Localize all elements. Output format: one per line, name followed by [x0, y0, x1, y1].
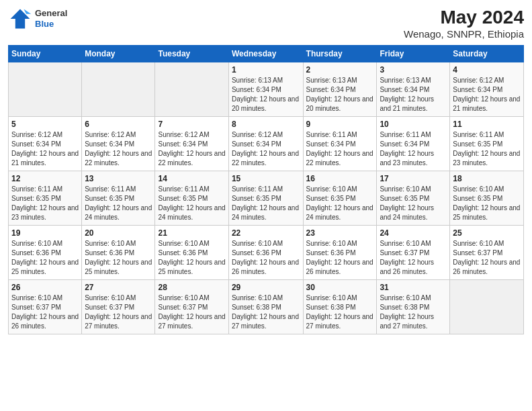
- day-number: 28: [158, 283, 225, 292]
- day-info: Sunrise: 6:13 AMSunset: 6:34 PMDaylight:…: [306, 76, 374, 113]
- day-info: Sunrise: 6:12 AMSunset: 6:34 PMDaylight:…: [85, 130, 152, 168]
- calendar-cell: 8Sunrise: 6:12 AMSunset: 6:34 PMDaylight…: [228, 117, 303, 171]
- day-number: 10: [380, 120, 447, 129]
- day-number: 7: [158, 120, 225, 129]
- day-info: Sunrise: 6:12 AMSunset: 6:34 PMDaylight:…: [232, 130, 300, 168]
- weekday-header-thursday: Thursday: [303, 46, 377, 62]
- logo-general: General: [35, 8, 67, 19]
- calendar-cell: 26Sunrise: 6:10 AMSunset: 6:37 PMDayligh…: [9, 280, 82, 334]
- calendar-week-3: 12Sunrise: 6:11 AMSunset: 6:35 PMDayligh…: [9, 171, 524, 226]
- title-block: May 2024 Wenago, SNNPR, Ethiopia: [404, 7, 524, 40]
- calendar-table: SundayMondayTuesdayWednesdayThursdayFrid…: [8, 45, 524, 334]
- weekday-header-wednesday: Wednesday: [228, 46, 303, 62]
- month-year-title: May 2024: [404, 7, 524, 28]
- day-number: 18: [453, 174, 521, 183]
- day-number: 22: [232, 228, 300, 238]
- calendar-cell: 29Sunrise: 6:10 AMSunset: 6:38 PMDayligh…: [228, 280, 303, 334]
- calendar-cell: 31Sunrise: 6:10 AMSunset: 6:38 PMDayligh…: [377, 280, 450, 334]
- calendar-cell: 18Sunrise: 6:10 AMSunset: 6:35 PMDayligh…: [450, 171, 524, 226]
- calendar-cell: 15Sunrise: 6:11 AMSunset: 6:35 PMDayligh…: [228, 171, 303, 226]
- day-number: 13: [85, 174, 152, 183]
- calendar-cell: 20Sunrise: 6:10 AMSunset: 6:36 PMDayligh…: [82, 226, 155, 280]
- day-number: 31: [380, 283, 447, 292]
- day-info: Sunrise: 6:10 AMSunset: 6:35 PMDaylight:…: [453, 185, 521, 222]
- day-number: 9: [306, 120, 374, 129]
- day-info: Sunrise: 6:13 AMSunset: 6:34 PMDaylight:…: [380, 76, 447, 113]
- calendar-week-1: 1Sunrise: 6:13 AMSunset: 6:34 PMDaylight…: [9, 62, 524, 117]
- weekday-header-tuesday: Tuesday: [155, 46, 228, 62]
- day-info: Sunrise: 6:12 AMSunset: 6:34 PMDaylight:…: [158, 130, 225, 168]
- day-number: 6: [85, 120, 152, 129]
- calendar-cell: 19Sunrise: 6:10 AMSunset: 6:36 PMDayligh…: [9, 226, 82, 280]
- day-info: Sunrise: 6:11 AMSunset: 6:35 PMDaylight:…: [11, 185, 79, 222]
- calendar-cell: 14Sunrise: 6:11 AMSunset: 6:35 PMDayligh…: [155, 171, 228, 226]
- day-number: 24: [380, 228, 447, 238]
- day-info: Sunrise: 6:10 AMSunset: 6:35 PMDaylight:…: [306, 185, 374, 222]
- calendar-cell: 10Sunrise: 6:11 AMSunset: 6:34 PMDayligh…: [377, 117, 450, 171]
- calendar-cell: 23Sunrise: 6:10 AMSunset: 6:36 PMDayligh…: [303, 226, 377, 280]
- logo: General Blue: [8, 7, 67, 31]
- calendar-cell: 21Sunrise: 6:10 AMSunset: 6:36 PMDayligh…: [155, 226, 228, 280]
- day-number: 17: [380, 174, 447, 183]
- calendar-cell: 25Sunrise: 6:10 AMSunset: 6:37 PMDayligh…: [450, 226, 524, 280]
- calendar-cell: 2Sunrise: 6:13 AMSunset: 6:34 PMDaylight…: [303, 62, 377, 117]
- day-info: Sunrise: 6:10 AMSunset: 6:37 PMDaylight:…: [453, 239, 521, 277]
- day-info: Sunrise: 6:11 AMSunset: 6:35 PMDaylight:…: [232, 185, 300, 222]
- calendar-cell: [9, 62, 82, 117]
- day-info: Sunrise: 6:10 AMSunset: 6:38 PMDaylight:…: [232, 293, 300, 331]
- calendar-header: SundayMondayTuesdayWednesdayThursdayFrid…: [9, 46, 524, 62]
- svg-marker-1: [24, 9, 31, 14]
- day-number: 19: [11, 228, 79, 238]
- day-info: Sunrise: 6:10 AMSunset: 6:37 PMDaylight:…: [158, 293, 225, 331]
- day-number: 15: [232, 174, 300, 183]
- calendar-cell: 22Sunrise: 6:10 AMSunset: 6:36 PMDayligh…: [228, 226, 303, 280]
- day-info: Sunrise: 6:11 AMSunset: 6:35 PMDaylight:…: [85, 185, 152, 222]
- location-title: Wenago, SNNPR, Ethiopia: [404, 28, 524, 40]
- calendar-week-4: 19Sunrise: 6:10 AMSunset: 6:36 PMDayligh…: [9, 226, 524, 280]
- day-number: 25: [453, 228, 521, 238]
- calendar-cell: 1Sunrise: 6:13 AMSunset: 6:34 PMDaylight…: [228, 62, 303, 117]
- day-number: 27: [85, 283, 152, 292]
- day-info: Sunrise: 6:13 AMSunset: 6:34 PMDaylight:…: [232, 76, 300, 113]
- calendar-cell: 7Sunrise: 6:12 AMSunset: 6:34 PMDaylight…: [155, 117, 228, 171]
- calendar-body: 1Sunrise: 6:13 AMSunset: 6:34 PMDaylight…: [9, 62, 524, 334]
- calendar-cell: [82, 62, 155, 117]
- day-info: Sunrise: 6:12 AMSunset: 6:34 PMDaylight:…: [453, 76, 521, 113]
- calendar-week-5: 26Sunrise: 6:10 AMSunset: 6:37 PMDayligh…: [9, 280, 524, 334]
- day-number: 29: [232, 283, 300, 292]
- day-number: 12: [11, 174, 79, 183]
- weekday-header-friday: Friday: [377, 46, 450, 62]
- day-info: Sunrise: 6:11 AMSunset: 6:35 PMDaylight:…: [453, 130, 521, 168]
- calendar-week-2: 5Sunrise: 6:12 AMSunset: 6:34 PMDaylight…: [9, 117, 524, 171]
- day-number: 21: [158, 228, 225, 238]
- day-info: Sunrise: 6:12 AMSunset: 6:34 PMDaylight:…: [11, 130, 79, 168]
- day-info: Sunrise: 6:10 AMSunset: 6:38 PMDaylight:…: [306, 293, 374, 331]
- day-info: Sunrise: 6:11 AMSunset: 6:34 PMDaylight:…: [306, 130, 374, 168]
- day-info: Sunrise: 6:10 AMSunset: 6:36 PMDaylight:…: [11, 239, 79, 277]
- weekday-header-saturday: Saturday: [450, 46, 524, 62]
- day-number: 26: [11, 283, 79, 292]
- day-number: 8: [232, 120, 300, 129]
- calendar-cell: 11Sunrise: 6:11 AMSunset: 6:35 PMDayligh…: [450, 117, 524, 171]
- calendar-cell: 4Sunrise: 6:12 AMSunset: 6:34 PMDaylight…: [450, 62, 524, 117]
- day-info: Sunrise: 6:10 AMSunset: 6:38 PMDaylight:…: [380, 293, 447, 331]
- logo-text: General Blue: [35, 8, 67, 29]
- day-info: Sunrise: 6:10 AMSunset: 6:36 PMDaylight:…: [158, 239, 225, 277]
- day-number: 30: [306, 283, 374, 292]
- calendar-cell: 17Sunrise: 6:10 AMSunset: 6:35 PMDayligh…: [377, 171, 450, 226]
- day-number: 4: [453, 65, 521, 75]
- logo-blue: Blue: [35, 19, 67, 30]
- calendar-cell: 6Sunrise: 6:12 AMSunset: 6:34 PMDaylight…: [82, 117, 155, 171]
- day-number: 11: [453, 120, 521, 129]
- calendar-cell: 27Sunrise: 6:10 AMSunset: 6:37 PMDayligh…: [82, 280, 155, 334]
- calendar-cell: 5Sunrise: 6:12 AMSunset: 6:34 PMDaylight…: [9, 117, 82, 171]
- day-number: 3: [380, 65, 447, 75]
- calendar-cell: 3Sunrise: 6:13 AMSunset: 6:34 PMDaylight…: [377, 62, 450, 117]
- day-info: Sunrise: 6:11 AMSunset: 6:34 PMDaylight:…: [380, 130, 447, 168]
- day-info: Sunrise: 6:10 AMSunset: 6:37 PMDaylight:…: [380, 239, 447, 277]
- calendar-cell: 28Sunrise: 6:10 AMSunset: 6:37 PMDayligh…: [155, 280, 228, 334]
- day-info: Sunrise: 6:10 AMSunset: 6:37 PMDaylight:…: [11, 293, 79, 331]
- calendar-cell: 24Sunrise: 6:10 AMSunset: 6:37 PMDayligh…: [377, 226, 450, 280]
- page-header: General Blue May 2024 Wenago, SNNPR, Eth…: [8, 7, 524, 40]
- day-info: Sunrise: 6:10 AMSunset: 6:35 PMDaylight:…: [380, 185, 447, 222]
